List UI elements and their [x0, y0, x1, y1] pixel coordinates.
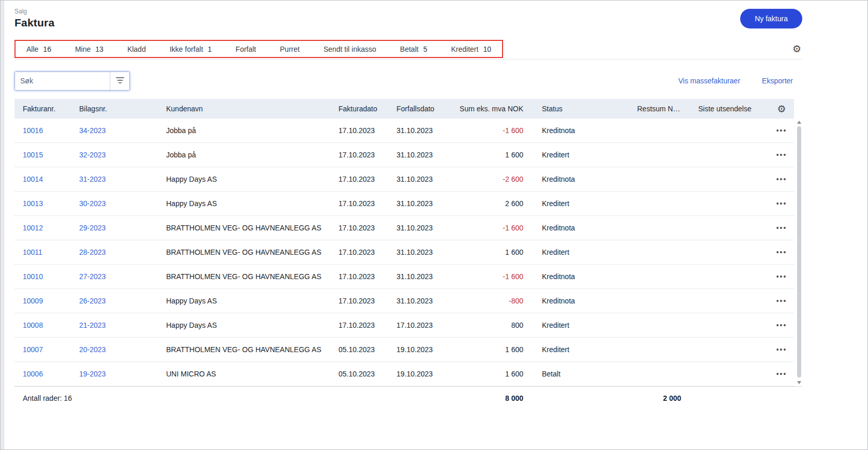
table-row: 1001027-2023BRATTHOLMEN VEG- OG HAVNEANL… — [14, 265, 794, 289]
table-settings-gear-icon[interactable]: ⚙ — [776, 104, 787, 114]
invoice-number-link[interactable]: 10013 — [23, 199, 43, 208]
invoice-date: 17.10.2023 — [330, 126, 389, 135]
scrollbar-track[interactable] — [796, 119, 802, 386]
voucher-number-link[interactable]: 28-2023 — [79, 248, 106, 256]
voucher-number-link[interactable]: 34-2023 — [79, 126, 106, 135]
voucher-number-link[interactable]: 20-2023 — [79, 345, 106, 354]
tab-alle[interactable]: Alle16 — [14, 40, 63, 58]
invoice-number-link[interactable]: 10014 — [23, 175, 43, 183]
invoice-number-link-cell: 10009 — [14, 297, 71, 305]
column-header-fakturanr[interactable]: Fakturanr. — [14, 105, 71, 113]
voucher-number-link-cell: 21-2023 — [71, 321, 158, 329]
status-filter-tabs: Alle16Mine13KladdIkke forfalt1ForfaltPur… — [14, 40, 503, 58]
voucher-number-link-cell: 19-2023 — [71, 370, 158, 378]
row-actions-ellipsis-button[interactable]: ••• — [776, 199, 787, 208]
row-actions-ellipsis-button[interactable]: ••• — [776, 345, 787, 354]
tab-sendt-til-inkasso[interactable]: Sendt til inkasso — [312, 40, 388, 58]
tab-mine[interactable]: Mine13 — [63, 40, 115, 58]
customer-name: BRATTHOLMEN VEG- OG HAVNEANLEGG AS — [158, 272, 330, 281]
row-actions-ellipsis-button[interactable]: ••• — [776, 248, 787, 256]
row-actions-ellipsis-button[interactable]: ••• — [776, 126, 787, 135]
tab-betalt[interactable]: Betalt5 — [388, 40, 439, 58]
column-header-fakturadato[interactable]: Fakturadato — [330, 105, 389, 113]
due-date: 31.10.2023 — [389, 224, 448, 232]
column-header-restsum-nok[interactable]: Restsum NOK — [637, 105, 681, 113]
customer-name: Happy Days AS — [158, 297, 330, 305]
tab-kladd[interactable]: Kladd — [115, 40, 158, 58]
vertical-scrollbar[interactable] — [796, 99, 802, 386]
voucher-number-link[interactable]: 26-2023 — [79, 297, 106, 305]
sum-ex-vat: -1 600 — [448, 272, 523, 281]
scrollbar-down-arrow[interactable] — [797, 381, 801, 384]
column-header-kundenavn[interactable]: Kundenavn — [158, 105, 330, 113]
row-actions-ellipsis-button[interactable]: ••• — [776, 321, 787, 329]
invoice-number-link[interactable]: 10008 — [23, 321, 43, 329]
restsum-total: 2 000 — [637, 394, 681, 402]
invoice-number-link[interactable]: 10011 — [23, 248, 42, 256]
sum-ex-vat: -1 600 — [448, 224, 523, 232]
table-row: 1001532-2023Jobba på17.10.202331.10.2023… — [14, 143, 794, 167]
customer-name: Jobba på — [158, 126, 330, 135]
row-actions-ellipsis-button[interactable]: ••• — [776, 272, 787, 281]
column-header-bilagsnr[interactable]: Bilagsnr. — [71, 105, 158, 113]
invoice-number-link-cell: 10012 — [14, 224, 71, 232]
invoice-number-link[interactable]: 10016 — [23, 126, 43, 135]
row-actions-ellipsis-button[interactable]: ••• — [776, 151, 787, 159]
scrollbar-thumb[interactable] — [797, 126, 801, 378]
tab-kreditert[interactable]: Kreditert10 — [439, 40, 503, 58]
invoice-date: 17.10.2023 — [330, 297, 389, 305]
voucher-number-link[interactable]: 31-2023 — [79, 175, 106, 183]
sum-ex-vat: 2 600 — [448, 199, 523, 208]
invoice-number-link[interactable]: 10015 — [23, 151, 43, 159]
invoice-number-link-cell: 10015 — [14, 151, 71, 159]
sum-ex-vat: 800 — [448, 321, 523, 329]
invoice-number-link[interactable]: 10006 — [23, 370, 43, 378]
row-actions-cell: ••• — [769, 248, 794, 256]
due-date: 19.10.2023 — [389, 370, 448, 378]
row-actions-ellipsis-button[interactable]: ••• — [776, 175, 787, 183]
filter-button[interactable] — [110, 72, 129, 90]
tab-label: Kreditert — [451, 45, 478, 53]
table-row: 1001128-2023BRATTHOLMEN VEG- OG HAVNEANL… — [14, 240, 794, 265]
invoice-date: 17.10.2023 — [330, 199, 389, 208]
table-row: 1001229-2023BRATTHOLMEN VEG- OG HAVNEANL… — [14, 216, 794, 240]
column-header-status[interactable]: Status — [523, 105, 637, 113]
voucher-number-link-cell: 30-2023 — [71, 199, 158, 208]
voucher-number-link[interactable]: 29-2023 — [79, 224, 106, 232]
column-header-siste-utsendelse[interactable]: Siste utsendelse — [681, 105, 769, 113]
voucher-number-link[interactable]: 30-2023 — [79, 199, 106, 208]
tab-forfalt[interactable]: Forfalt — [224, 40, 268, 58]
new-invoice-button[interactable]: Ny faktura — [740, 9, 802, 28]
table-row: 1000720-2023BRATTHOLMEN VEG- OG HAVNEANL… — [14, 338, 794, 362]
search-input[interactable] — [15, 72, 110, 90]
invoice-date: 17.10.2023 — [330, 175, 389, 183]
voucher-number-link-cell: 29-2023 — [71, 224, 158, 232]
voucher-number-link-cell: 28-2023 — [71, 248, 158, 256]
column-header-sum-eks-mva-nok[interactable]: Sum eks. mva NOK — [448, 105, 523, 113]
link-vis-massefakturaer[interactable]: Vis massefakturaer — [679, 77, 741, 85]
invoice-number-link-cell: 10008 — [14, 321, 71, 329]
row-actions-ellipsis-button[interactable]: ••• — [776, 224, 787, 232]
row-actions-ellipsis-button[interactable]: ••• — [776, 297, 787, 305]
sum-ex-vat: -800 — [448, 297, 523, 305]
voucher-number-link[interactable]: 21-2023 — [79, 321, 106, 329]
voucher-number-link[interactable]: 32-2023 — [79, 151, 106, 159]
table-row: 1001431-2023Happy Days AS17.10.202331.10… — [14, 167, 794, 192]
list-settings-gear-icon[interactable]: ⚙ — [791, 44, 802, 54]
tab-purret[interactable]: Purret — [268, 40, 312, 58]
voucher-number-link[interactable]: 19-2023 — [79, 370, 106, 378]
column-header-forfallsdato[interactable]: Forfallsdato — [389, 105, 448, 113]
row-actions-ellipsis-button[interactable]: ••• — [776, 370, 787, 378]
tab-ikke-forfalt[interactable]: Ikke forfalt1 — [158, 40, 224, 58]
voucher-number-link[interactable]: 27-2023 — [79, 272, 106, 281]
invoice-number-link[interactable]: 10009 — [23, 297, 43, 305]
invoice-number-link[interactable]: 10010 — [23, 272, 43, 281]
page-header: Salg Faktura Ny faktura — [14, 8, 802, 35]
invoice-date: 17.10.2023 — [330, 248, 389, 256]
scrollbar-up-arrow[interactable] — [797, 121, 801, 124]
invoice-table-grid: Fakturanr.Bilagsnr.KundenavnFakturadatoF… — [14, 99, 794, 386]
invoice-number-link[interactable]: 10012 — [23, 224, 43, 232]
invoice-number-link[interactable]: 10007 — [23, 345, 43, 354]
link-eksporter[interactable]: Eksporter — [762, 77, 793, 85]
invoice-date: 17.10.2023 — [330, 272, 389, 281]
